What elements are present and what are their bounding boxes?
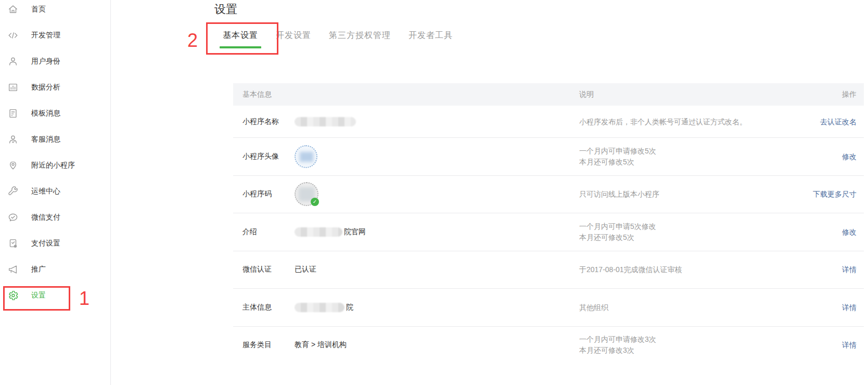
annotation-box-basic-settings-tab: [206, 22, 278, 55]
row-label: 小程序头像: [242, 152, 279, 161]
row-value: ✓: [295, 182, 318, 206]
row-description: 小程序发布后，非个人类帐号可通过认证方式改名。: [579, 116, 747, 127]
user-icon: [7, 56, 19, 67]
row-value: [295, 117, 356, 126]
redacted-text: [295, 117, 356, 126]
sidebar-item-2[interactable]: 开发管理: [0, 22, 110, 48]
bar-chart-icon: [7, 82, 19, 93]
row-label: 主体信息: [242, 303, 272, 312]
row-value: [295, 145, 317, 168]
row-value: 院官网: [295, 227, 366, 237]
table-body: 小程序名称 小程序发布后，非个人类帐号可通过认证方式改名。 去认证改名 小程序头…: [233, 106, 864, 364]
column-header-basic-info: 基本信息: [242, 90, 272, 99]
row-description: 其他组织: [579, 302, 608, 313]
description-line: 于2017-08-01完成微信认证审核: [579, 264, 682, 275]
table-row: 微信认证 已认证 于2017-08-01完成微信认证审核 详情: [233, 251, 864, 289]
sidebar-item-7[interactable]: 附近的小程序: [0, 152, 110, 178]
verified-check-badge: ✓: [311, 198, 319, 206]
redacted-text: [295, 227, 342, 237]
description-line: 一个月内可申请修改5次: [579, 146, 656, 157]
wrench-icon: [7, 186, 19, 197]
description-line: 本月还可修改3次: [579, 345, 656, 356]
table-row: 服务类目 教育 > 培训机构 一个月内可申请修改3次本月还可修改3次 详情: [233, 326, 864, 364]
row-action-link[interactable]: 详情: [842, 265, 857, 274]
main-content: 设置 基本设置 开发设置 第三方授权管理 开发者工具 基本信息 说明 操作 小程…: [111, 0, 868, 385]
sidebar-item-label: 数据分析: [31, 83, 60, 92]
description-line: 一个月内可申请5次修改: [579, 221, 656, 232]
sidebar-item-label: 运维中心: [31, 187, 60, 196]
wechat-pay-icon: [7, 212, 19, 223]
sidebar-item-label: 首页: [31, 5, 46, 14]
customer-service-icon: [7, 134, 19, 145]
row-description: 一个月内可申请5次修改本月还可修改5次: [579, 221, 656, 243]
row-description: 于2017-08-01完成微信认证审核: [579, 264, 682, 275]
tab-3[interactable]: 第三方授权管理: [329, 30, 391, 48]
row-label: 服务类目: [242, 340, 272, 350]
row-action-link[interactable]: 去认证改名: [820, 117, 857, 125]
row-action-link[interactable]: 详情: [842, 303, 857, 311]
row-action-link[interactable]: 修改: [842, 152, 857, 160]
mini-program-avatar-image: [295, 145, 317, 168]
sidebar-item-8[interactable]: 运维中心: [0, 178, 110, 204]
table-row: 介绍 院官网 一个月内可申请5次修改本月还可修改5次 修改: [233, 213, 864, 251]
row-description: 一个月内可申请修改3次本月还可修改3次: [579, 334, 656, 356]
sidebar-item-label: 客服消息: [31, 135, 60, 144]
sidebar-item-label: 开发管理: [31, 31, 60, 40]
sidebar-item-label: 支付设置: [31, 239, 60, 248]
annotation-number-2: 2: [187, 31, 198, 50]
value-visible-suffix: 院: [346, 303, 353, 312]
sidebar-nav: 首页 开发管理 用户身份 数据分析 模板消息 客服消息 附近的小程序 运维中心 …: [0, 0, 110, 309]
row-action-link[interactable]: 详情: [842, 341, 857, 349]
row-description: 只可访问线上版本小程序: [579, 189, 659, 200]
annotation-number-1: 1: [79, 289, 90, 308]
redacted-text: [295, 303, 344, 312]
annotation-box-settings-item: [3, 286, 70, 311]
row-label: 介绍: [242, 227, 257, 237]
row-value: 已认证: [295, 265, 316, 274]
megaphone-icon: [7, 264, 19, 275]
sidebar-item-label: 附近的小程序: [31, 161, 75, 170]
sidebar-item-4[interactable]: 数据分析: [0, 74, 110, 100]
row-label: 微信认证: [242, 265, 272, 274]
row-value: 院: [295, 303, 353, 312]
table-row: 小程序码 ✓ 只可访问线上版本小程序 下载更多尺寸: [233, 175, 864, 213]
sidebar-item-10[interactable]: 支付设置: [0, 230, 110, 256]
value-visible-suffix: 院官网: [344, 227, 366, 237]
description-line: 只可访问线上版本小程序: [579, 189, 659, 200]
sidebar-item-6[interactable]: 客服消息: [0, 126, 110, 152]
description-line: 一个月内可申请修改3次: [579, 334, 656, 345]
column-header-description: 说明: [579, 90, 594, 99]
tab-4[interactable]: 开发者工具: [409, 30, 453, 48]
sidebar-item-label: 微信支付: [31, 213, 60, 222]
sidebar-item-11[interactable]: 推广: [0, 256, 110, 283]
sidebar-item-9[interactable]: 微信支付: [0, 204, 110, 230]
row-description: 一个月内可申请修改5次本月还可修改5次: [579, 146, 656, 168]
tab-2[interactable]: 开发设置: [276, 30, 311, 48]
row-action-link[interactable]: 修改: [842, 227, 857, 236]
code-icon: [7, 30, 19, 41]
description-line: 本月还可修改5次: [579, 232, 656, 243]
page-title: 设置: [214, 2, 237, 17]
template-message-icon: [7, 108, 19, 119]
row-value: 教育 > 培训机构: [295, 340, 347, 350]
column-header-action: 操作: [842, 90, 857, 99]
table-row: 小程序头像 一个月内可申请修改5次本月还可修改5次 修改: [233, 137, 864, 175]
sidebar-item-3[interactable]: 用户身份: [0, 48, 110, 74]
home-icon: [7, 4, 19, 15]
sidebar-item-5[interactable]: 模板消息: [0, 100, 110, 126]
settings-table: 基本信息 说明 操作 小程序名称 小程序发布后，非个人类帐号可通过认证方式改名。…: [233, 83, 864, 364]
row-action-link[interactable]: 下载更多尺寸: [813, 190, 857, 198]
sidebar-item-label: 用户身份: [31, 57, 60, 66]
description-line: 其他组织: [579, 302, 608, 313]
table-header: 基本信息 说明 操作: [233, 83, 864, 106]
location-pin-icon: [7, 160, 19, 171]
sidebar-item-1[interactable]: 首页: [0, 0, 110, 22]
description-line: 小程序发布后，非个人类帐号可通过认证方式改名。: [579, 116, 747, 127]
sidebar: 首页 开发管理 用户身份 数据分析 模板消息 客服消息 附近的小程序 运维中心 …: [0, 0, 111, 385]
row-label: 小程序名称: [242, 117, 279, 126]
payment-settings-icon: [7, 238, 19, 249]
sidebar-item-label: 推广: [31, 265, 46, 274]
description-line: 本月还可修改5次: [579, 157, 656, 168]
table-row: 主体信息 院 其他组织 详情: [233, 288, 864, 326]
mini-program-code-image: ✓: [295, 182, 318, 206]
